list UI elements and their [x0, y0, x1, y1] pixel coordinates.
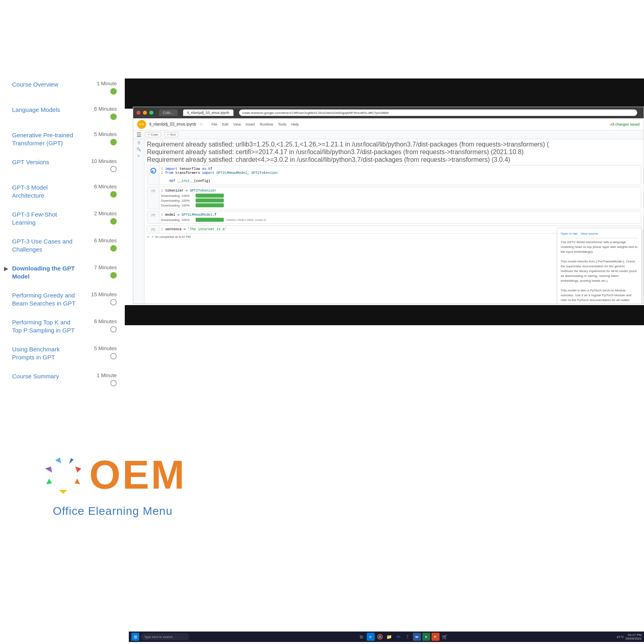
sidebar-item-title-2: Generative Pre-trained Transformer (GPT)	[12, 132, 73, 147]
sidebar-item-duration-8: 15 Minutes	[85, 291, 117, 297]
add-code-btn[interactable]: + Code	[145, 132, 161, 137]
svg-point-9	[49, 460, 77, 489]
cell-gutter-4: [4]	[147, 211, 159, 223]
sidebar-item-right-5: 2 Minutes	[80, 211, 117, 225]
menu-tools[interactable]: Tools	[278, 122, 287, 126]
sidebar-item-left-0: Course Overview	[12, 80, 80, 89]
sidebar-item-left-1: Language Models	[12, 106, 80, 114]
svg-marker-2	[68, 458, 73, 465]
complete-dot	[110, 88, 117, 95]
active-tab[interactable]: it_nlanIpdj_03_enus.ipynb	[183, 109, 233, 116]
file-icon[interactable]: 📁	[385, 633, 393, 641]
cell-gutter-3: [3]	[147, 187, 159, 209]
sidebar-item-right-3: 10 Minutes	[80, 158, 117, 172]
active-arrow-icon: ▶	[4, 265, 8, 272]
sidebar-item-right-4: 6 Minutes	[80, 184, 117, 198]
sidebar-item-title-1: Language Models	[12, 106, 60, 113]
clock-time: 04:17 PM	[625, 633, 642, 637]
excel-icon[interactable]: X	[422, 633, 430, 641]
sidebar-item-7[interactable]: ▶ Downloading the GPT Model 7 Minutes	[12, 264, 117, 280]
view-source-link[interactable]: View source	[580, 231, 598, 236]
toc-icon[interactable]: ≡	[138, 154, 140, 158]
black-band-top	[125, 78, 644, 109]
circular-arrows-icon	[41, 452, 85, 497]
clock-date: 05/09/2022	[625, 637, 642, 640]
sidebar-item-2[interactable]: Generative Pre-trained Transformer (GPT)…	[12, 131, 117, 147]
complete-dot	[110, 272, 117, 279]
colab-toolbar: ☰ + Code + Text	[133, 130, 644, 139]
taskview-icon[interactable]: ⧉	[357, 633, 365, 641]
teams-icon[interactable]: T	[404, 633, 412, 641]
mail-icon[interactable]: ✉	[394, 633, 402, 641]
complete-dot	[110, 139, 117, 145]
sidebar-item-duration-0: 1 Minute	[85, 80, 117, 87]
word-icon[interactable]: W	[413, 633, 421, 641]
complete-dot	[110, 245, 117, 252]
cell-gutter-5: [5]	[147, 226, 159, 233]
colab-menu: File Edit View Insert Runtime Tools Help	[211, 122, 299, 126]
run-import-btn[interactable]	[151, 168, 156, 173]
complete-dot	[110, 191, 117, 198]
open-in-tab-link[interactable]: Open in tab	[561, 231, 577, 236]
output-line-2: Requirement already satisfied: certifi>=…	[147, 149, 641, 156]
ppt-icon[interactable]: P	[431, 633, 440, 641]
cell-3-label: [3]	[151, 189, 155, 192]
edge-icon[interactable]: e	[367, 633, 375, 641]
search-code-icon[interactable]: 🔍	[136, 147, 141, 151]
menu-insert[interactable]: Insert	[246, 122, 255, 126]
add-text-btn[interactable]: + Text	[164, 132, 178, 137]
inactive-tab[interactable]: Colu...	[159, 109, 178, 116]
cell-3: [3] 1 tokenizer = GPT2Tokenizer Download…	[147, 187, 641, 209]
cell-3-code: 1 tokenizer = GPT2Tokenizer	[161, 189, 639, 193]
progress-bar-3	[196, 203, 224, 207]
taskbar-right: 21°C 04:17 PM 05/09/2022	[617, 633, 642, 640]
store-icon[interactable]: 🛒	[441, 633, 449, 641]
menu-icon[interactable]: ☰	[136, 132, 142, 138]
sidebar-item-title-4: GPT-3 Model Architecture	[12, 184, 47, 199]
menu-runtime[interactable]: Runtime	[260, 122, 273, 126]
sidebar-item-1[interactable]: Language Models 6 Minutes	[12, 106, 117, 120]
sidebar-item-3[interactable]: GPT Versions 10 Minutes	[12, 158, 117, 172]
sidebar-item-8[interactable]: Performing Greedy and Beam Searches in G…	[12, 291, 117, 307]
maximize-btn[interactable]	[149, 111, 153, 115]
sidebar-item-duration-3: 10 Minutes	[85, 158, 117, 164]
cell-3-content: 1 tokenizer = GPT2Tokenizer Downloading:…	[159, 187, 641, 209]
cell-5-label: [5]	[151, 227, 155, 231]
star-icon[interactable]: ☆	[199, 122, 203, 127]
svg-marker-4	[74, 479, 80, 484]
minimize-btn[interactable]	[143, 111, 147, 115]
sidebar-item-title-5: GPT-3 Few-Shot Learning	[12, 211, 57, 226]
address-bar[interactable]: colab.research.google.com/drive/1C9RXacO…	[239, 109, 637, 116]
close-btn[interactable]	[136, 111, 140, 115]
cell-gutter-import	[147, 165, 159, 185]
menu-view[interactable]: View	[233, 122, 241, 126]
progress-bar-4	[196, 218, 224, 222]
code-line-2: 2 from transformers import GPT2LMHeadMod…	[161, 171, 639, 175]
colab-notebook-frame: Colu... it_nlanIpdj_03_enus.ipynb colab.…	[133, 107, 644, 304]
cell-4-code: 1 model = GPT2LMHeadModel.f	[161, 213, 639, 217]
clock: 04:17 PM 05/09/2022	[625, 633, 642, 640]
colab-header: CO it_nlanIpdj_03_enus.ipynb ☆ File Edit…	[133, 118, 644, 130]
sidebar-item-duration-6: 6 Minutes	[85, 237, 117, 244]
incomplete-dot	[110, 299, 117, 305]
oem-letter-m: M	[151, 452, 184, 497]
oem-logo: O E M	[41, 452, 185, 497]
sidebar-item-4[interactable]: GPT-3 Model Architecture 6 Minutes	[12, 184, 117, 199]
cell-import-content: 1 import tensorflow as tf 2 from transfo…	[159, 165, 641, 185]
sidebar-item-left-5: GPT-3 Few-Shot Learning	[12, 211, 80, 226]
sidebar-toggle-icon[interactable]: ☰	[137, 141, 140, 145]
svg-marker-5	[59, 490, 67, 494]
menu-help[interactable]: Help	[291, 122, 299, 126]
sidebar-item-left-6: GPT-3 Use Cases and Challenges	[12, 237, 80, 253]
chrome-icon[interactable]	[376, 633, 384, 641]
progress-bar-1	[196, 194, 224, 198]
menu-edit[interactable]: Edit	[222, 122, 229, 126]
sidebar-item-6[interactable]: GPT-3 Use Cases and Challenges 6 Minutes	[12, 237, 117, 253]
sidebar-item-title-8: Performing Greedy and Beam Searches in G…	[12, 292, 76, 307]
sidebar-item-0[interactable]: Course Overview 1 Minute	[12, 80, 117, 95]
menu-file[interactable]: File	[211, 122, 217, 126]
cell-19-output: Requirement already satisfied: urllib3=1…	[147, 141, 641, 163]
sidebar-item-5[interactable]: GPT-3 Few-Shot Learning 2 Minutes	[12, 211, 117, 226]
taskbar-app-icons: ⧉ e 📁 ✉ T W X P 🛒	[191, 633, 615, 641]
status-text: ✓ 3s completed at 8:42 PM	[151, 235, 191, 239]
